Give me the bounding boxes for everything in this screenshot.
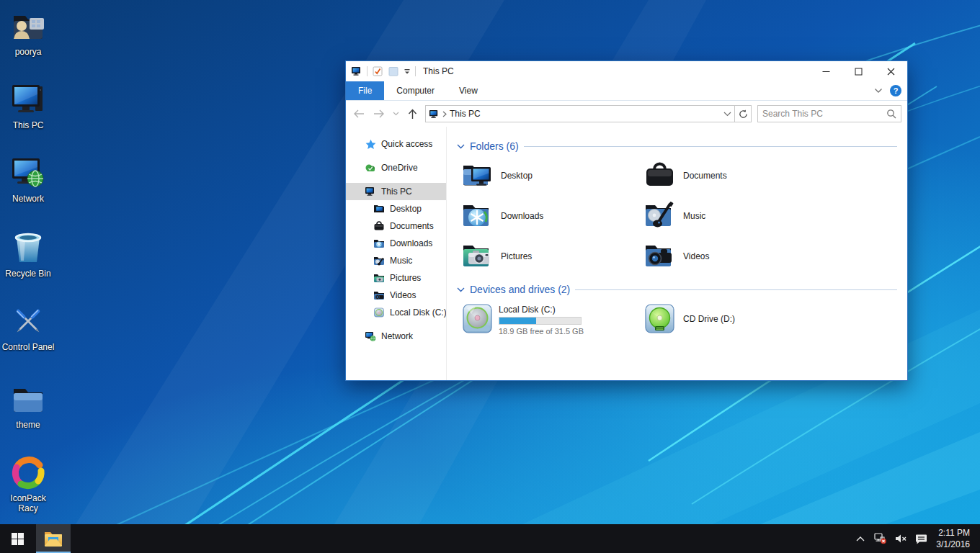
desktop-icon-label: This PC bbox=[13, 120, 44, 130]
group-header-devices[interactable]: Devices and drives (2) bbox=[457, 284, 897, 295]
desktop-icon bbox=[373, 203, 385, 215]
back-button[interactable] bbox=[350, 105, 368, 122]
tab-view[interactable]: View bbox=[447, 81, 490, 100]
videos-icon bbox=[373, 289, 385, 301]
group-title[interactable]: Devices and drives (2) bbox=[470, 284, 570, 295]
navigation-bar: This PC bbox=[346, 101, 907, 127]
sidebar-item-label: This PC bbox=[381, 186, 412, 197]
file-explorer-window: This PC File Computer View bbox=[345, 60, 908, 381]
start-button[interactable] bbox=[0, 524, 35, 553]
computer-icon bbox=[365, 186, 376, 197]
disk-icon bbox=[373, 307, 385, 318]
desktop-icon-label: Recycle Bin bbox=[5, 269, 50, 279]
volume-muted-icon[interactable] bbox=[891, 524, 910, 553]
minimize-button[interactable] bbox=[810, 61, 842, 81]
collapse-chevron-icon[interactable] bbox=[457, 144, 465, 149]
sidebar-item-local-disk[interactable]: Local Disk (C:) bbox=[346, 304, 446, 321]
documents-icon bbox=[373, 220, 385, 232]
local-disk-icon bbox=[461, 302, 494, 335]
search-icon[interactable] bbox=[886, 109, 896, 119]
folder-tile-documents[interactable]: Documents bbox=[643, 159, 826, 192]
tile-label: Downloads bbox=[501, 211, 543, 221]
refresh-button[interactable] bbox=[734, 105, 752, 122]
sidebar-item-label: Videos bbox=[390, 290, 416, 300]
group-header-folders[interactable]: Folders (6) bbox=[457, 140, 897, 152]
network-status-icon[interactable] bbox=[871, 524, 890, 553]
desktop-icon-recycle-bin[interactable]: Recycle Bin bbox=[1, 229, 55, 279]
sidebar-item-network[interactable]: Network bbox=[346, 328, 446, 345]
desktop-icon-iconpack-racy[interactable]: IconPack Racy bbox=[1, 454, 55, 514]
music-icon bbox=[373, 255, 385, 266]
action-center-icon[interactable] bbox=[912, 524, 930, 553]
control-panel-icon bbox=[9, 302, 47, 340]
user-folder-icon bbox=[9, 7, 47, 45]
sidebar-item-label: Downloads bbox=[390, 238, 432, 248]
hidden-icons-chevron-icon[interactable] bbox=[851, 524, 870, 553]
sidebar-item-pictures[interactable]: Pictures bbox=[346, 269, 446, 287]
sidebar-item-label: Quick access bbox=[381, 139, 432, 149]
desktop-icon-label: Network bbox=[12, 194, 44, 204]
downloads-folder-icon bbox=[461, 199, 494, 232]
tab-file[interactable]: File bbox=[346, 81, 384, 100]
folder-tile-downloads[interactable]: Downloads bbox=[461, 199, 643, 232]
address-location-icon[interactable] bbox=[429, 109, 440, 120]
qat-properties-icon[interactable] bbox=[372, 66, 383, 77]
sidebar-item-this-pc[interactable]: This PC bbox=[346, 183, 446, 200]
folder-tile-desktop[interactable]: Desktop bbox=[461, 159, 643, 192]
folder-tile-videos[interactable]: Videos bbox=[643, 240, 826, 272]
sidebar-item-desktop[interactable]: Desktop bbox=[346, 200, 446, 217]
sidebar-item-downloads[interactable]: Downloads bbox=[346, 235, 446, 252]
desktop-root: poorya This PC bbox=[0, 0, 980, 553]
taskbar-file-explorer-button[interactable] bbox=[36, 524, 71, 553]
sidebar-item-music[interactable]: Music bbox=[346, 252, 446, 269]
pictures-icon bbox=[373, 272, 385, 284]
window-app-icon bbox=[351, 66, 362, 77]
desktop-icon-poorya[interactable]: poorya bbox=[1, 7, 55, 57]
sidebar-item-label: OneDrive bbox=[381, 163, 418, 173]
windows-logo-icon bbox=[12, 533, 24, 545]
window-controls bbox=[810, 61, 907, 81]
maximize-button[interactable] bbox=[842, 61, 875, 81]
drive-tile-local-disk[interactable]: Local Disk (C:) 18.9 GB free of 31.5 GB bbox=[461, 302, 643, 337]
drive-name: Local Disk (C:) bbox=[499, 305, 584, 315]
title-bar[interactable]: This PC bbox=[346, 61, 907, 81]
address-bar[interactable]: This PC bbox=[425, 105, 734, 122]
search-box[interactable] bbox=[757, 105, 901, 122]
sidebar-item-label: Music bbox=[390, 256, 412, 266]
sidebar-item-quick-access[interactable]: Quick access bbox=[346, 135, 446, 153]
sidebar-item-label: Documents bbox=[390, 221, 434, 231]
sidebar-item-onedrive[interactable]: OneDrive bbox=[346, 159, 446, 176]
drive-tile-cd-drive[interactable]: CD Drive (D:) bbox=[643, 302, 826, 335]
ribbon-tab-bar: File Computer View ? bbox=[346, 81, 907, 101]
recycle-bin-icon bbox=[9, 229, 47, 266]
desktop-icon-control-panel[interactable]: Control Panel bbox=[1, 302, 55, 352]
qat-dropdown-icon[interactable] bbox=[404, 68, 411, 75]
desktop-icon-network[interactable]: Network bbox=[1, 154, 55, 204]
forward-button[interactable] bbox=[370, 105, 388, 122]
taskbar-clock[interactable]: 2:11 PM 3/1/2016 bbox=[932, 527, 977, 550]
sidebar-item-label: Pictures bbox=[390, 273, 421, 283]
sidebar-item-documents[interactable]: Documents bbox=[346, 217, 446, 235]
qat-new-folder-icon[interactable] bbox=[388, 66, 399, 77]
recent-locations-icon[interactable] bbox=[391, 105, 401, 122]
tab-computer[interactable]: Computer bbox=[384, 81, 447, 100]
sidebar-item-videos[interactable]: Videos bbox=[346, 287, 446, 304]
search-input[interactable] bbox=[762, 109, 886, 119]
breadcrumb-segment[interactable]: This PC bbox=[450, 109, 481, 119]
up-button[interactable] bbox=[404, 105, 421, 122]
desktop-icon-label: Control Panel bbox=[2, 342, 55, 352]
folder-icon bbox=[9, 380, 47, 418]
folder-tile-music[interactable]: Music bbox=[643, 199, 826, 232]
help-icon[interactable]: ? bbox=[890, 85, 901, 96]
tile-label: Documents bbox=[683, 171, 727, 181]
group-title[interactable]: Folders (6) bbox=[470, 140, 519, 152]
address-dropdown-icon[interactable] bbox=[723, 112, 731, 117]
folder-tile-pictures[interactable]: Pictures bbox=[461, 240, 643, 272]
tile-label: Music bbox=[683, 211, 705, 221]
desktop-icon-theme[interactable]: theme bbox=[1, 380, 55, 430]
collapse-chevron-icon[interactable] bbox=[457, 287, 465, 292]
ribbon-expand-icon[interactable] bbox=[874, 88, 883, 94]
close-button[interactable] bbox=[875, 61, 907, 81]
desktop-icon-this-pc[interactable]: This PC bbox=[1, 81, 55, 130]
tile-label: Pictures bbox=[501, 251, 532, 261]
